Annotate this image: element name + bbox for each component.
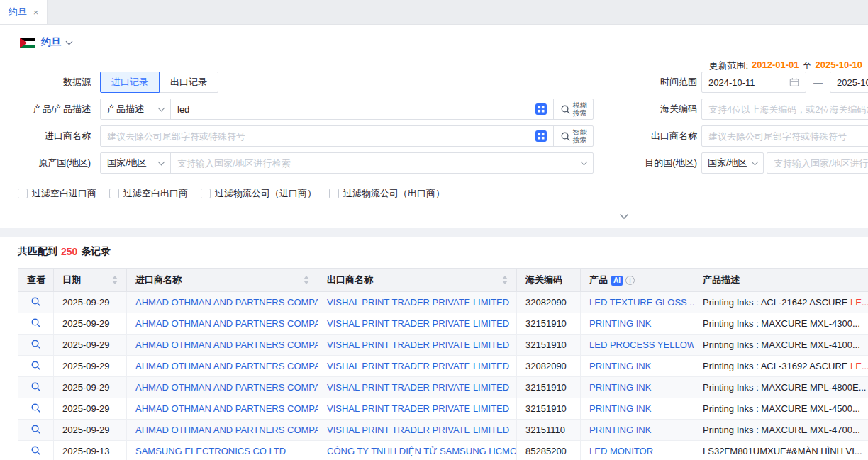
exporter-link[interactable]: VISHAL PRINT TRADER PRIVATE LIMITED [318,313,517,335]
chevron-down-icon[interactable] [66,38,73,45]
importer-link[interactable]: AHMAD OTHMAN AND PARTNERS COMPA... [127,292,318,313]
product-link[interactable]: PRINTING INK [581,377,694,398]
hs-code-field[interactable] [708,104,868,115]
importer-name-input[interactable] [107,131,531,142]
importer-link[interactable]: AHMAD OTHMAN AND PARTNERS COMPA... [127,313,318,335]
importer-link[interactable]: AHMAD OTHMAN AND PARTNERS COMPA... [127,398,318,420]
tab-close-icon[interactable]: × [33,7,39,18]
view-magnifier-icon[interactable] [30,296,41,307]
info-icon[interactable]: i [625,276,635,285]
fuzzy-search-button[interactable]: 模糊 搜索 [553,99,593,119]
importer-link[interactable]: AHMAD OTHMAN AND PARTNERS COMPA... [127,420,318,441]
batch-search-icon[interactable] [535,103,547,115]
col-exporter-label: 出口商名称 [327,274,373,286]
col-view: 查看 [18,269,54,292]
filter-logistics-importer[interactable]: 过滤物流公司（进口商） [201,187,316,200]
tab-jordan[interactable]: 约旦 × [0,0,48,24]
product-search-input[interactable] [177,104,531,115]
view-magnifier-icon[interactable] [30,339,41,349]
table-row: 2025-09-29 AHMAD OTHMAN AND PARTNERS COM… [18,420,868,441]
sort-toggle[interactable] [112,276,118,284]
collapse-panel-button[interactable] [604,211,644,222]
col-exporter: 出口商名称 [318,269,517,292]
destination-type-select[interactable]: 国家/地区 [701,152,764,174]
section-divider [0,228,868,237]
table-body: 2025-09-29 AHMAD OTHMAN AND PARTNERS COM… [18,292,868,460]
origin-type-select[interactable]: 国家/地区 [101,153,171,173]
product-link[interactable]: PRINTING INK [581,420,694,441]
checkbox[interactable] [109,189,119,198]
destination-country-label: 目的国(地区) [599,157,697,169]
sort-toggle[interactable] [304,276,309,284]
results-count: 250 [61,246,77,257]
importer-link[interactable]: AHMAD OTHMAN AND PARTNERS COMPA... [127,356,318,377]
view-magnifier-icon[interactable] [30,445,41,456]
product-link[interactable]: PRINTING INK [581,398,694,420]
filter-blank-exporter[interactable]: 过滤空白出口商 [109,187,188,200]
batch-search-icon[interactable] [535,130,547,142]
view-cell [18,377,54,398]
import-records-button[interactable]: 进口记录 [100,72,160,93]
exporter-link[interactable]: VISHAL PRINT TRADER PRIVATE LIMITED [318,292,517,313]
col-product-label: 产品 [589,274,608,285]
date-cell: 2025-09-29 [54,313,127,335]
view-magnifier-icon[interactable] [30,318,41,328]
date-from-input[interactable] [701,72,806,93]
date-cell: 2025-09-29 [54,377,127,398]
origin-country-input[interactable] [177,158,582,169]
exporter-link[interactable]: VISHAL PRINT TRADER PRIVATE LIMITED [318,420,517,441]
destination-type-selected: 国家/地区 [708,157,747,169]
calendar-icon[interactable] [789,77,799,87]
date-from-value[interactable] [708,77,789,88]
description-cell: LS32FM801UMXUE#&MÀN HÌNH VI... [694,441,868,460]
summary-suffix: 条记录 [81,245,111,258]
importer-link[interactable]: AHMAD OTHMAN AND PARTNERS COMPA... [127,335,318,356]
tab-bar: 约旦 × [0,0,868,25]
checkbox-label: 过滤空白出口商 [123,187,188,200]
exporter-link[interactable]: CÔNG TY TNHH ĐIỆN TỬ SAMSUNG HCMC... [318,441,517,460]
hs-code-input[interactable] [701,99,868,120]
exporter-name-input[interactable] [701,125,868,147]
view-magnifier-icon[interactable] [30,360,41,371]
product-link[interactable]: PRINTING INK [581,313,694,335]
checkbox-label: 过滤物流公司（进口商） [215,187,316,200]
destination-country-input[interactable] [767,152,868,174]
hs-code-cell: 32151910 [517,335,581,356]
hs-code-cell: 32151110 [517,420,581,441]
form-row-company: 进口商名称 [0,125,868,147]
product-type-selected: 产品描述 [107,103,144,116]
product-type-select[interactable]: 产品描述 [101,99,171,119]
sort-toggle[interactable] [502,276,508,284]
destination-country-field[interactable] [774,158,868,169]
date-to-input[interactable] [830,72,868,93]
view-magnifier-icon[interactable] [30,403,41,413]
checkbox[interactable] [18,189,28,198]
product-label: 产品/产品描述 [0,103,91,116]
update-range: 更新范围: 2012-01-01 至 2025-10-10 [708,60,862,72]
exporter-link[interactable]: VISHAL PRINT TRADER PRIVATE LIMITED [318,377,517,398]
date-to-value[interactable] [837,77,868,88]
view-magnifier-icon[interactable] [30,381,41,392]
filter-blank-importer[interactable]: 过滤空白进口商 [18,187,96,200]
exporter-name-field[interactable] [708,131,868,142]
exporter-link[interactable]: VISHAL PRINT TRADER PRIVATE LIMITED [318,356,517,377]
filter-logistics-exporter[interactable]: 过滤物流公司（出口商） [329,187,445,200]
chevron-down-icon [158,105,165,112]
col-importer: 进口商名称 [127,269,318,292]
exporter-link[interactable]: VISHAL PRINT TRADER PRIVATE LIMITED [318,335,517,356]
update-to-word: 至 [803,60,812,72]
data-source-toggle: 进口记录 出口记录 [100,72,218,93]
smart-search-button[interactable]: 智能 搜索 [553,126,593,146]
product-link[interactable]: PRINTING INK [581,356,694,377]
product-link[interactable]: LED PROCESS YELLOW... [581,335,694,356]
importer-link[interactable]: AHMAD OTHMAN AND PARTNERS COMPA... [127,377,318,398]
export-records-button[interactable]: 出口记录 [159,72,218,93]
product-link[interactable]: LED MONITOR [581,441,694,460]
update-to-date: 2025-10-10 [816,60,863,72]
view-magnifier-icon[interactable] [30,424,41,434]
importer-link[interactable]: SAMSUNG ELECTRONICS CO LTD [127,441,318,460]
exporter-link[interactable]: VISHAL PRINT TRADER PRIVATE LIMITED [318,398,517,420]
checkbox[interactable] [329,189,339,198]
product-link[interactable]: LED TEXTURE GLOSS ... [581,292,694,313]
checkbox[interactable] [201,189,211,198]
